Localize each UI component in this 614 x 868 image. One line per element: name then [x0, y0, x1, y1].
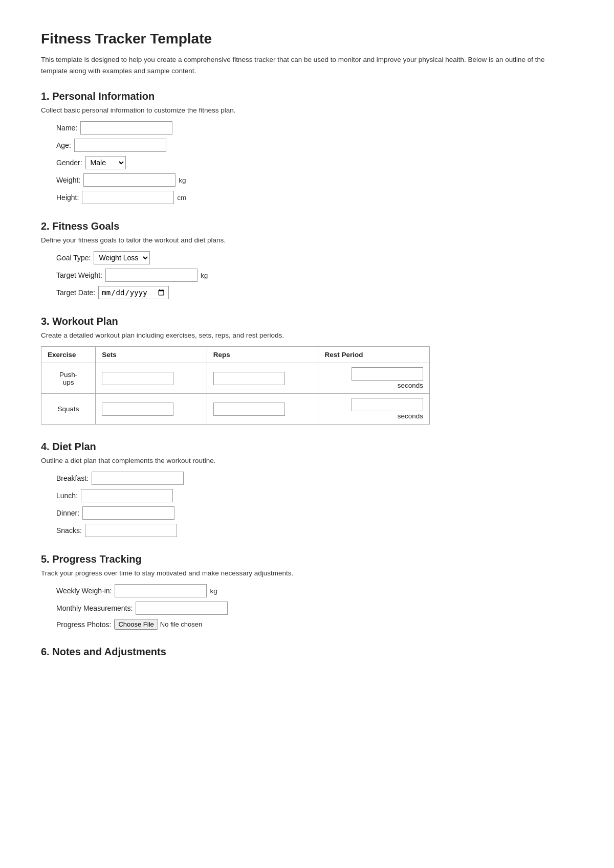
lunch-label: Lunch: [56, 492, 78, 500]
monthly-measurements-item: Monthly Measurements: [56, 602, 573, 615]
section-progress: 5. Progress Tracking Track your progress… [41, 553, 573, 630]
section-goals: 2. Fitness Goals Define your fitness goa… [41, 220, 573, 299]
personal-desc: Collect basic personal information to cu… [41, 106, 573, 114]
squats-reps-input[interactable] [213, 403, 285, 416]
pushups-sets-input[interactable] [102, 372, 173, 385]
dinner-item: Dinner: [56, 506, 573, 520]
gender-label: Gender: [56, 159, 82, 167]
snacks-label: Snacks: [56, 526, 82, 535]
height-unit: cm [177, 194, 186, 202]
col-exercise: Exercise [41, 347, 96, 363]
weight-label: Weight: [56, 176, 80, 184]
section-workout: 3. Workout Plan Create a detailed workou… [41, 316, 573, 425]
workout-table: Exercise Sets Reps Rest Period Push-ups … [41, 346, 430, 425]
table-row: Push-ups seconds [41, 363, 430, 394]
height-field-item: Height: cm [56, 191, 573, 204]
snacks-input[interactable] [85, 524, 177, 537]
weight-input[interactable] [83, 173, 176, 187]
workout-desc: Create a detailed workout plan including… [41, 331, 573, 339]
weekly-weigh-input[interactable] [115, 584, 207, 597]
table-row: Squats seconds [41, 394, 430, 425]
col-sets: Sets [96, 347, 207, 363]
col-reps: Reps [207, 347, 318, 363]
sets-cell-squats [96, 394, 207, 425]
progress-photos-item: Progress Photos: [56, 619, 573, 630]
pushups-rest-unit: seconds [398, 382, 423, 389]
monthly-measurements-label: Monthly Measurements: [56, 604, 133, 612]
progress-heading: 5. Progress Tracking [41, 553, 573, 565]
progress-photos-label: Progress Photos: [56, 620, 111, 629]
target-weight-label: Target Weight: [56, 271, 102, 279]
pushups-reps-input[interactable] [213, 372, 285, 385]
height-input[interactable] [82, 191, 174, 204]
exercise-squats: Squats [41, 394, 96, 425]
goals-heading: 2. Fitness Goals [41, 220, 573, 232]
weekly-weigh-label: Weekly Weigh-in: [56, 587, 112, 595]
lunch-item: Lunch: [56, 489, 573, 502]
goal-type-label: Goal Type: [56, 254, 91, 262]
exercise-pushups: Push-ups [41, 363, 96, 394]
age-field-item: Age: [56, 139, 573, 152]
section-personal: 1. Personal Information Collect basic pe… [41, 91, 573, 204]
name-label: Name: [56, 124, 77, 132]
age-input[interactable] [74, 139, 166, 152]
reps-cell-squats [207, 394, 318, 425]
weekly-weigh-item: Weekly Weigh-in: kg [56, 584, 573, 597]
breakfast-input[interactable] [92, 472, 184, 485]
page-title: Fitness Tracker Template [41, 31, 573, 47]
progress-photos-input[interactable] [114, 619, 240, 630]
section-diet: 4. Diet Plan Outline a diet plan that co… [41, 441, 573, 537]
gender-field-item: Gender: Male Female Other [56, 156, 573, 169]
weekly-weigh-unit: kg [210, 587, 217, 595]
diet-desc: Outline a diet plan that complements the… [41, 457, 573, 464]
notes-heading: 6. Notes and Adjustments [41, 646, 573, 658]
reps-cell-pushups [207, 363, 318, 394]
breakfast-item: Breakfast: [56, 472, 573, 485]
weight-field-item: Weight: kg [56, 173, 573, 187]
breakfast-label: Breakfast: [56, 474, 89, 482]
name-input[interactable] [80, 121, 172, 135]
table-header-row: Exercise Sets Reps Rest Period [41, 347, 430, 363]
weight-unit: kg [179, 176, 186, 184]
section-notes: 6. Notes and Adjustments [41, 646, 573, 658]
progress-desc: Track your progress over time to stay mo… [41, 569, 573, 577]
pushups-rest-input[interactable] [352, 367, 423, 381]
rest-cell-squats: seconds [318, 394, 430, 425]
dinner-label: Dinner: [56, 509, 79, 517]
monthly-measurements-input[interactable] [136, 602, 228, 615]
target-date-item: Target Date: [56, 286, 573, 299]
snacks-item: Snacks: [56, 524, 573, 537]
workout-heading: 3. Workout Plan [41, 316, 573, 327]
squats-rest-unit: seconds [398, 412, 423, 420]
name-field-item: Name: [56, 121, 573, 135]
personal-heading: 1. Personal Information [41, 91, 573, 102]
target-weight-unit: kg [201, 272, 208, 279]
goal-type-item: Goal Type: Weight Loss Muscle Gain Endur… [56, 251, 573, 264]
target-date-input[interactable] [98, 286, 169, 299]
height-label: Height: [56, 193, 79, 202]
goals-desc: Define your fitness goals to tailor the … [41, 236, 573, 244]
col-rest: Rest Period [318, 347, 430, 363]
target-weight-item: Target Weight: kg [56, 269, 573, 282]
dinner-input[interactable] [82, 506, 174, 520]
lunch-input[interactable] [81, 489, 173, 502]
sets-cell-pushups [96, 363, 207, 394]
squats-sets-input[interactable] [102, 403, 173, 416]
squats-rest-input[interactable] [352, 398, 423, 411]
intro-text: This template is designed to help you cr… [41, 54, 573, 76]
gender-select[interactable]: Male Female Other [85, 156, 126, 169]
age-label: Age: [56, 141, 71, 149]
rest-cell-pushups: seconds [318, 363, 430, 394]
target-date-label: Target Date: [56, 288, 95, 297]
target-weight-input[interactable] [105, 269, 198, 282]
diet-heading: 4. Diet Plan [41, 441, 573, 453]
goal-type-select[interactable]: Weight Loss Muscle Gain Endurance Flexib… [94, 251, 150, 264]
